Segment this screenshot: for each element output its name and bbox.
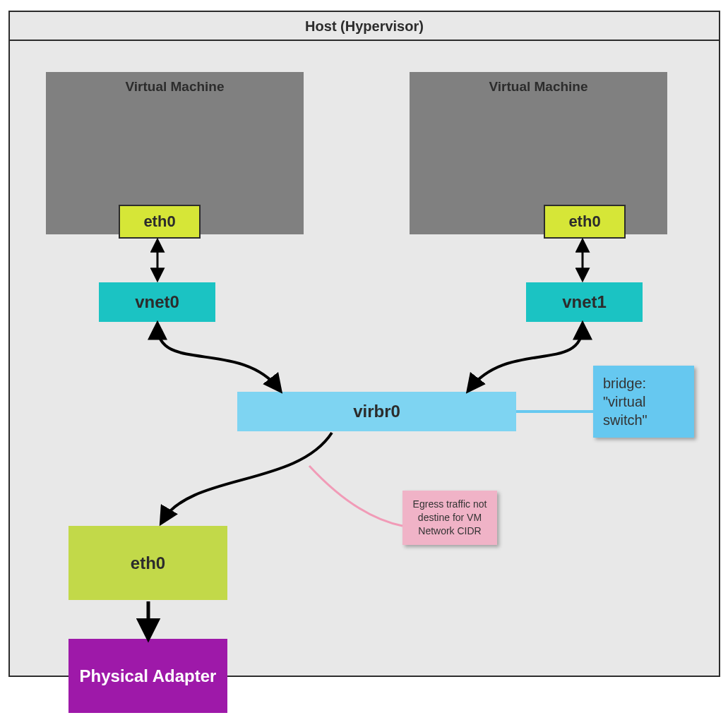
- connector-vnet0-virbr0: [157, 326, 279, 389]
- diagram-stage: Host (Hypervisor) Virtual Machine eth0 V…: [0, 0, 728, 720]
- connector-egress-note: [309, 466, 402, 526]
- connector-layer: [0, 0, 728, 720]
- connector-vnet1-virbr0: [470, 326, 583, 389]
- connector-virbr0-eth0: [162, 433, 332, 521]
